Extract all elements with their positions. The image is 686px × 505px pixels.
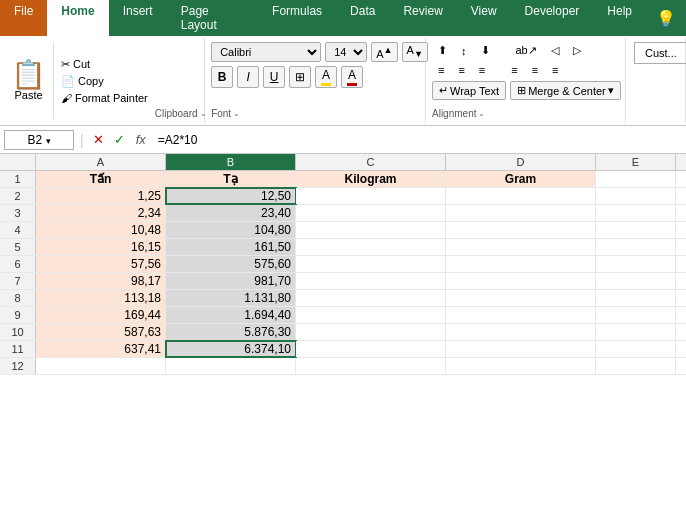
col-header-c[interactable]: C — [296, 154, 446, 170]
col-header-d[interactable]: D — [446, 154, 596, 170]
col-header-e[interactable]: E — [596, 154, 676, 170]
copy-button[interactable]: 📄 Copy — [58, 74, 151, 89]
underline-button[interactable]: U — [263, 66, 285, 88]
col-header-b[interactable]: B — [166, 154, 296, 170]
row-header-4[interactable]: 4 — [0, 222, 36, 238]
confirm-formula-button[interactable]: ✓ — [111, 132, 128, 147]
tab-file[interactable]: File — [0, 0, 47, 36]
fill-color-button[interactable]: A — [315, 66, 337, 88]
align-bottom-button[interactable]: ⬇ — [475, 42, 496, 59]
format-painter-button[interactable]: 🖌 Format Painter — [58, 91, 151, 105]
merge-center-button[interactable]: ⊞ Merge & Center ▾ — [510, 81, 621, 100]
row-header-1[interactable]: 1 — [0, 171, 36, 187]
cell-b11[interactable]: 6.374,10 — [166, 341, 296, 357]
bold-button[interactable]: B — [211, 66, 233, 88]
cancel-formula-button[interactable]: ✕ — [90, 132, 107, 147]
justify3-button[interactable]: ≡ — [546, 62, 564, 78]
indent-decrease-button[interactable]: ◁ — [545, 42, 565, 59]
cell-b8[interactable]: 1.131,80 — [166, 290, 296, 306]
cell-d7[interactable] — [446, 273, 596, 289]
cut-button[interactable]: ✂ Cut — [58, 57, 151, 72]
cell-c1[interactable]: Kilogram — [296, 171, 446, 187]
cell-b12[interactable] — [166, 358, 296, 374]
row-header-7[interactable]: 7 — [0, 273, 36, 289]
tab-review[interactable]: Review — [389, 0, 456, 36]
row-header-12[interactable]: 12 — [0, 358, 36, 374]
cell-e11[interactable] — [596, 341, 676, 357]
merge-dropdown-icon[interactable]: ▾ — [608, 84, 614, 97]
font-size-select[interactable]: 14 — [325, 42, 367, 62]
cell-b10[interactable]: 5.876,30 — [166, 324, 296, 340]
paste-button[interactable]: 📋 Paste — [4, 42, 54, 119]
cell-c11[interactable] — [296, 341, 446, 357]
cell-c2[interactable] — [296, 188, 446, 204]
cell-e12[interactable] — [596, 358, 676, 374]
cell-ref-dropdown-icon[interactable]: ▾ — [46, 136, 51, 146]
cell-e3[interactable] — [596, 205, 676, 221]
border-button[interactable]: ⊞ — [289, 66, 311, 88]
cell-b4[interactable]: 104,80 — [166, 222, 296, 238]
tab-data[interactable]: Data — [336, 0, 389, 36]
tab-help[interactable]: Help — [593, 0, 646, 36]
align-left-button[interactable]: ≡ — [432, 62, 450, 78]
cell-c10[interactable] — [296, 324, 446, 340]
cell-e6[interactable] — [596, 256, 676, 272]
cell-b5[interactable]: 161,50 — [166, 239, 296, 255]
cell-d10[interactable] — [446, 324, 596, 340]
cell-a2[interactable]: 1,25 — [36, 188, 166, 204]
cell-d6[interactable] — [446, 256, 596, 272]
tab-developer[interactable]: Developer — [511, 0, 594, 36]
cell-e5[interactable] — [596, 239, 676, 255]
custom-button[interactable]: Cust... — [634, 42, 686, 64]
cell-c12[interactable] — [296, 358, 446, 374]
cell-d1[interactable]: Gram — [446, 171, 596, 187]
cell-a10[interactable]: 587,63 — [36, 324, 166, 340]
cell-b3[interactable]: 23,40 — [166, 205, 296, 221]
col-header-a[interactable]: A — [36, 154, 166, 170]
tab-view[interactable]: View — [457, 0, 511, 36]
row-header-5[interactable]: 5 — [0, 239, 36, 255]
cell-b9[interactable]: 1.694,40 — [166, 307, 296, 323]
indent-increase-button[interactable]: ▷ — [567, 42, 587, 59]
tab-insert[interactable]: Insert — [109, 0, 167, 36]
cell-d5[interactable] — [446, 239, 596, 255]
tab-home[interactable]: Home — [47, 0, 108, 36]
cell-a1[interactable]: Tấn — [36, 171, 166, 187]
cell-a11[interactable]: 637,41 — [36, 341, 166, 357]
font-decrease-button[interactable]: A▼ — [402, 42, 428, 62]
tab-formulas[interactable]: Formulas — [258, 0, 336, 36]
wrap-text-button[interactable]: ↵ Wrap Text — [432, 81, 506, 100]
cell-a7[interactable]: 98,17 — [36, 273, 166, 289]
justify-button[interactable]: ≡ — [505, 62, 523, 78]
cell-reference-box[interactable]: B2 ▾ — [4, 130, 74, 150]
cell-c9[interactable] — [296, 307, 446, 323]
row-header-8[interactable]: 8 — [0, 290, 36, 306]
font-expander-icon[interactable]: ⌄ — [233, 109, 240, 118]
cell-d8[interactable] — [446, 290, 596, 306]
italic-button[interactable]: I — [237, 66, 259, 88]
cell-c7[interactable] — [296, 273, 446, 289]
row-header-10[interactable]: 10 — [0, 324, 36, 340]
cell-e1[interactable] — [596, 171, 676, 187]
cell-d9[interactable] — [446, 307, 596, 323]
cell-e8[interactable] — [596, 290, 676, 306]
cell-a9[interactable]: 169,44 — [36, 307, 166, 323]
cell-a3[interactable]: 2,34 — [36, 205, 166, 221]
cell-d4[interactable] — [446, 222, 596, 238]
cell-a5[interactable]: 16,15 — [36, 239, 166, 255]
align-right-button[interactable]: ≡ — [473, 62, 491, 78]
cell-d11[interactable] — [446, 341, 596, 357]
alignment-expander-icon[interactable]: ⌄ — [478, 109, 485, 118]
cell-b7[interactable]: 981,70 — [166, 273, 296, 289]
row-header-9[interactable]: 9 — [0, 307, 36, 323]
align-middle-button[interactable]: ↕ — [455, 42, 473, 59]
cell-c5[interactable] — [296, 239, 446, 255]
row-header-3[interactable]: 3 — [0, 205, 36, 221]
cell-c8[interactable] — [296, 290, 446, 306]
font-color-button[interactable]: A — [341, 66, 363, 88]
align-top-button[interactable]: ⬆ — [432, 42, 453, 59]
row-header-2[interactable]: 2 — [0, 188, 36, 204]
cell-b2[interactable]: 12,50 — [166, 188, 296, 204]
cell-a4[interactable]: 10,48 — [36, 222, 166, 238]
cell-e7[interactable] — [596, 273, 676, 289]
